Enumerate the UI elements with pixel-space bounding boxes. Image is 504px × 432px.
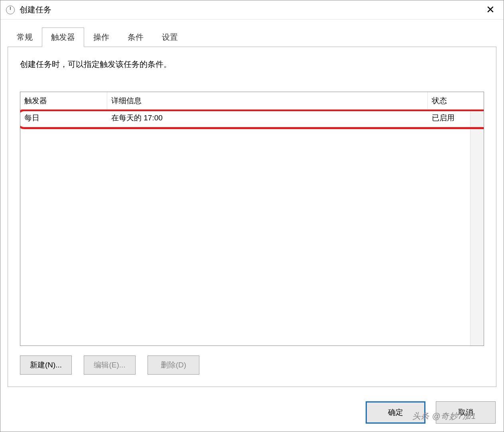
cell-detail: 在每天的 17:00	[107, 113, 428, 123]
delete-button[interactable]: 删除(D)	[148, 355, 199, 375]
header-detail[interactable]: 详细信息	[107, 92, 428, 109]
cell-trigger: 每日	[20, 113, 107, 123]
content-area: 常规 触发器 操作 条件 设置 创建任务时，可以指定触发该任务的条件。 触发器 …	[0, 20, 504, 394]
dialog-footer: 确定 取消	[0, 394, 504, 432]
table-row[interactable]: 每日 在每天的 17:00 已启用	[20, 110, 484, 126]
ok-button[interactable]: 确定	[366, 401, 425, 424]
header-status[interactable]: 状态	[428, 92, 484, 109]
create-task-dialog: 创建任务 ✕ 常规 触发器 操作 条件 设置 创建任务时，可以指定触发该任务的条…	[0, 0, 504, 432]
tab-conditions[interactable]: 条件	[118, 27, 153, 47]
edit-button[interactable]: 编辑(E)...	[84, 355, 136, 375]
tab-settings[interactable]: 设置	[153, 27, 187, 47]
close-icon[interactable]: ✕	[480, 2, 500, 18]
header-trigger[interactable]: 触发器	[20, 92, 107, 109]
table-body: 每日 在每天的 17:00 已启用	[20, 110, 484, 346]
panel-description: 创建任务时，可以指定触发该任务的条件。	[20, 59, 484, 70]
trigger-buttons: 新建(N)... 编辑(E)... 删除(D)	[20, 355, 484, 375]
tab-general[interactable]: 常规	[8, 27, 42, 47]
clock-icon	[6, 6, 15, 14]
tab-actions[interactable]: 操作	[84, 27, 118, 47]
vertical-scrollbar[interactable]	[470, 110, 484, 346]
new-button[interactable]: 新建(N)...	[20, 355, 72, 375]
triggers-table: 触发器 详细信息 状态 每日 在每天的 17:00 已启用	[20, 92, 484, 346]
cancel-button[interactable]: 取消	[436, 401, 496, 424]
tab-strip: 常规 触发器 操作 条件 设置	[8, 27, 496, 47]
tab-panel-triggers: 创建任务时，可以指定触发该任务的条件。 触发器 详细信息 状态 每日 在每天的 …	[8, 47, 496, 387]
window-title: 创建任务	[20, 4, 51, 15]
titlebar: 创建任务 ✕	[0, 0, 504, 20]
table-header: 触发器 详细信息 状态	[20, 92, 484, 110]
tab-triggers[interactable]: 触发器	[42, 27, 84, 47]
